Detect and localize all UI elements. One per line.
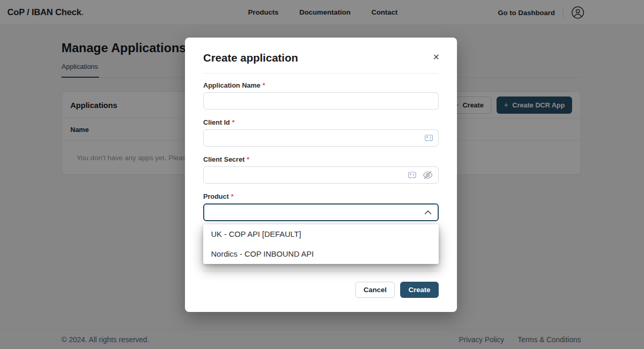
application-name-label: Application Name * [203, 81, 439, 89]
field-label-text: Application Name [203, 81, 261, 89]
password-manager-autofill-icon[interactable]: * [408, 172, 416, 179]
create-application-modal: Create application ✕ Application Name * … [185, 38, 457, 312]
modal-create-button[interactable]: Create [400, 282, 439, 298]
product-label: Product * [203, 192, 439, 200]
product-select[interactable] [203, 203, 439, 221]
dropdown-option-nordics-cop-inbound-api[interactable]: Nordics - COP INBOUND API [203, 244, 439, 264]
product-field: Product * UK - COP API [DEFAULT] Nordics… [203, 192, 439, 221]
client-secret-field: Client Secret * * [203, 155, 439, 184]
cancel-button[interactable]: Cancel [355, 282, 395, 298]
required-asterisk: * [263, 81, 265, 89]
client-id-label: Client Id * [203, 118, 439, 126]
application-name-field: Application Name * [203, 81, 439, 110]
client-secret-label: Client Secret * [203, 155, 439, 163]
product-dropdown-list: UK - COP API [DEFAULT] Nordics - COP INB… [203, 224, 439, 264]
modal-body: Application Name * Client Id * * [185, 74, 457, 271]
password-manager-autofill-icon[interactable]: * [425, 135, 433, 142]
svg-text:*: * [426, 135, 428, 140]
required-asterisk: * [246, 155, 249, 163]
toggle-password-visibility-button[interactable] [423, 171, 433, 179]
svg-text:*: * [410, 172, 412, 177]
eye-slash-icon [423, 171, 433, 179]
required-asterisk: * [232, 118, 234, 126]
client-secret-input[interactable]: * [203, 166, 439, 184]
required-asterisk: * [231, 192, 233, 200]
modal-title: Create application [203, 51, 298, 65]
field-label-text: Product [203, 192, 229, 200]
modal-header: Create application ✕ [185, 38, 457, 65]
chevron-up-icon [425, 210, 431, 214]
client-id-field: Client Id * * [203, 118, 439, 147]
dropdown-option-uk-cop-api[interactable]: UK - COP API [DEFAULT] [203, 224, 439, 244]
modal-footer: Cancel Create [185, 271, 457, 298]
client-id-input[interactable]: * [203, 129, 439, 147]
close-icon[interactable]: ✕ [433, 53, 440, 62]
field-label-text: Client Secret [203, 155, 244, 163]
application-name-input[interactable] [203, 92, 439, 110]
field-label-text: Client Id [203, 118, 230, 126]
